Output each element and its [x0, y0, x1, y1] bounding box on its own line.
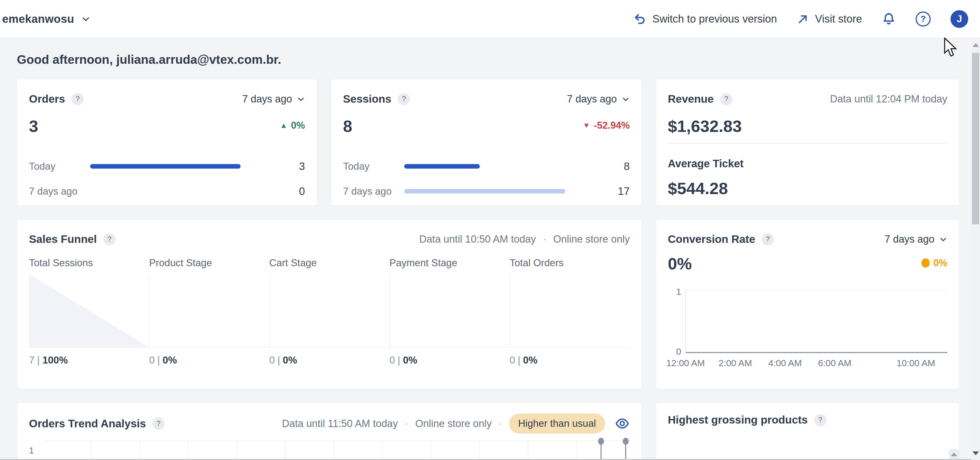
conversion-x-axis: 12:00 AM 2:00 AM 4:00 AM 6:00 AM 10:00 A…	[686, 358, 947, 371]
conversion-value: 0%	[668, 254, 692, 273]
separator: ·	[543, 233, 546, 245]
funnel-meta-scope: Online store only	[553, 233, 630, 245]
visit-store-label: Visit store	[815, 13, 862, 25]
orders-help-icon[interactable]: ?	[72, 93, 84, 105]
funnel-stage-payment	[389, 274, 509, 347]
orders-trend-title: Orders Trend Analysis	[29, 417, 146, 430]
trend-plot-area	[43, 441, 630, 460]
visit-store-button[interactable]: Visit store	[797, 13, 862, 25]
orders-period-dropdown[interactable]: 7 days ago	[242, 93, 305, 105]
orange-dot-icon	[921, 259, 929, 268]
external-link-icon	[797, 13, 809, 25]
orders-trend-help-icon[interactable]: ?	[152, 417, 165, 430]
sessions-card: Sessions ? 7 days ago 8 ▼-52.94% Today 8	[331, 79, 642, 206]
triangle-up-icon: ▲	[280, 121, 287, 130]
avatar-initial: J	[957, 13, 962, 25]
switch-previous-version-label: Switch to previous version	[652, 13, 777, 25]
funnel-stage-values: 7|100% 0|0% 0|0% 0|0% 0|0%	[29, 355, 630, 366]
scrollbar-up-button[interactable]	[971, 38, 980, 52]
trend-marker-pin[interactable]	[598, 438, 604, 460]
revenue-help-icon[interactable]: ?	[720, 93, 732, 105]
viewport-bottom-edge	[0, 459, 971, 460]
eye-icon[interactable]	[615, 416, 630, 431]
help-icon: ?	[916, 11, 931, 27]
triangle-down-icon	[972, 451, 979, 455]
dashboard: Good afternoon, juliana.arruda@vtex.com.…	[0, 52, 980, 460]
sessions-row-7days: 7 days ago 17	[343, 185, 630, 197]
scrollbar-thumb[interactable]	[972, 53, 979, 224]
conversion-period-dropdown[interactable]: 7 days ago	[885, 233, 947, 245]
conversion-delta: 0%	[921, 257, 947, 269]
conversion-chart: 1 0	[668, 290, 947, 353]
orders-trend-chart: 1	[29, 441, 630, 460]
avatar[interactable]: J	[950, 10, 968, 28]
funnel-chart	[29, 274, 630, 348]
revenue-title: Revenue	[668, 93, 714, 105]
switch-previous-version-button[interactable]: Switch to previous version	[633, 13, 777, 25]
revenue-card: Revenue ? Data until 12:04 PM today $1,6…	[656, 79, 959, 206]
topbar-actions: Switch to previous version Visit store ?…	[633, 10, 968, 28]
orders-delta: ▲0%	[280, 120, 305, 131]
orders-row-7days: 7 days ago 0	[29, 185, 305, 197]
funnel-stage-labels: Total Sessions Product Stage Cart Stage …	[29, 257, 630, 269]
sessions-help-icon[interactable]: ?	[398, 93, 410, 105]
greeting: Good afternoon, juliana.arruda@vtex.com.…	[17, 52, 959, 67]
sessions-period-dropdown[interactable]: 7 days ago	[567, 93, 630, 105]
funnel-meta-time: Data until 10:50 AM today	[419, 233, 536, 245]
funnel-stage-total-sessions	[29, 274, 149, 347]
divider	[668, 143, 947, 144]
conversion-help-icon[interactable]: ?	[762, 233, 774, 246]
orders-value: 3	[29, 117, 38, 136]
sessions-title: Sessions	[343, 93, 391, 105]
sales-funnel-title: Sales Funnel	[29, 233, 97, 246]
orders-trend-card: Orders Trend Analysis ? Data until 11:50…	[17, 403, 642, 460]
topbar: emekanwosu Switch to previous version Vi…	[0, 0, 980, 38]
chevron-down-icon	[81, 14, 91, 24]
notifications-button[interactable]	[882, 12, 896, 26]
vertical-scrollbar[interactable]	[971, 38, 980, 460]
account-name: emekanwosu	[2, 13, 74, 25]
orders-card: Orders ? 7 days ago 3 ▲0% Today 3	[17, 79, 317, 206]
trend-meta-time: Data until 11:50 AM today	[282, 418, 398, 430]
triangle-down-icon: ▼	[583, 121, 590, 130]
funnel-stage-total-orders	[509, 274, 630, 347]
chevron-down-icon	[622, 95, 630, 103]
orders-row-today: Today 3	[29, 160, 305, 172]
sessions-value: 8	[343, 117, 352, 136]
trend-status-badge: Higher than usual	[509, 414, 605, 433]
undo-icon	[633, 13, 646, 25]
conversion-y-axis: 1 0	[668, 290, 681, 353]
highest-grossing-title: Highest grossing products	[668, 414, 808, 426]
sessions-today-bar	[404, 164, 480, 169]
scrollbar-down-button[interactable]	[971, 447, 980, 460]
orders-today-bar	[90, 164, 240, 169]
orders-title: Orders	[29, 93, 65, 105]
average-ticket-label: Average Ticket	[668, 158, 947, 170]
sessions-7days-bar	[404, 189, 565, 194]
sessions-delta: ▼-52.94%	[583, 120, 630, 131]
funnel-area-shape	[29, 274, 149, 347]
trend-marker-pin[interactable]	[623, 438, 628, 460]
highest-grossing-products-card: Highest grossing products ?	[656, 403, 959, 460]
chevron-down-icon	[297, 95, 305, 103]
help-button[interactable]: ?	[916, 11, 931, 27]
trend-meta-scope: Online store only	[415, 418, 492, 430]
triangle-up-icon	[951, 452, 957, 456]
funnel-stage-product	[149, 274, 269, 347]
sales-funnel-help-icon[interactable]: ?	[103, 233, 116, 246]
revenue-meta: Data until 12:04 PM today	[830, 93, 947, 105]
sessions-row-today: Today 8	[343, 160, 630, 172]
account-switcher[interactable]: emekanwosu	[2, 13, 91, 25]
bell-icon	[882, 12, 896, 26]
dashboard-grid: Orders ? 7 days ago 3 ▲0% Today 3	[17, 79, 959, 460]
conversion-rate-title: Conversion Rate	[668, 233, 755, 246]
scroll-to-top-button[interactable]	[949, 449, 959, 460]
revenue-value: $1,632.83	[668, 117, 947, 136]
highest-grossing-help-icon[interactable]: ?	[814, 414, 827, 426]
separator: ·	[499, 418, 502, 430]
triangle-up-icon	[972, 43, 979, 47]
trend-y-axis: 1	[29, 441, 43, 460]
conversion-plot-area	[686, 290, 947, 353]
separator: ·	[405, 418, 409, 430]
funnel-stage-cart	[269, 274, 389, 347]
